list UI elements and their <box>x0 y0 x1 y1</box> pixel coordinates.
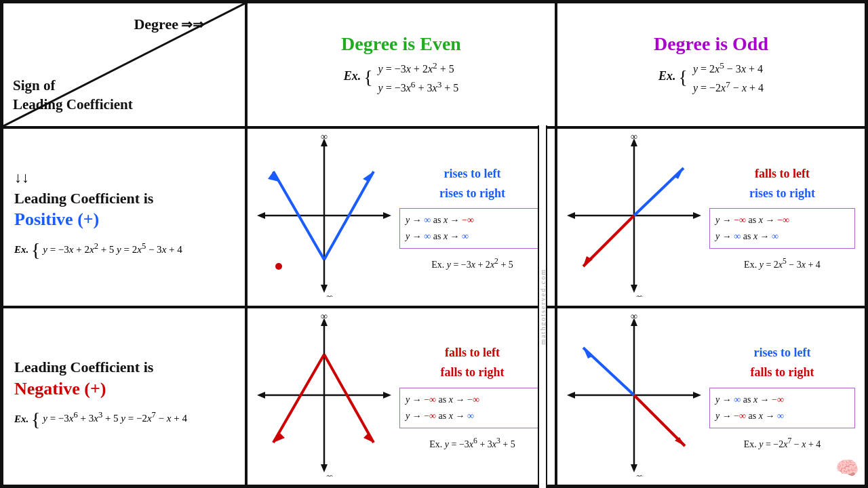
arrows-down: ↓↓ <box>14 169 234 186</box>
svg-text:−∞: −∞ <box>631 292 643 297</box>
svg-marker-42 <box>693 392 701 399</box>
pos-even-graph: ∞ −∞ <box>253 134 395 300</box>
header-even-cell: Degree is Even Ex. { y = −3x + 2x2 + 5 y… <box>246 2 556 127</box>
svg-text:∞: ∞ <box>631 134 637 142</box>
positive-example: Ex. { y = −3x + 2x2 + 5 y = 2x5 − 3x + 4 <box>14 235 234 266</box>
neg-odd-behavior: rises to left falls to right <box>709 343 855 382</box>
negative-label-cell: Leading Coefficient is Negative (+) Ex. … <box>2 307 246 487</box>
svg-line-34 <box>273 354 324 443</box>
neg-even-behavior: falls to left falls to right <box>399 343 545 382</box>
svg-marker-5 <box>383 212 391 219</box>
svg-marker-6 <box>257 212 265 219</box>
even-brace-group: y = −3x + 2x2 + 5 y = −3x6 + 3x3 + 5 <box>378 59 459 96</box>
neg-odd-graph: ∞ −∞ <box>563 314 705 480</box>
svg-text:−∞: −∞ <box>321 292 333 297</box>
sign-label: Sign of Leading Coefficient <box>13 77 133 114</box>
even-heading: Degree is Even <box>341 33 461 55</box>
pos-odd-info: falls to left rises to right y → −∞ as x… <box>705 134 859 300</box>
pos-even-example: Ex. y = −3x + 2x2 + 5 <box>399 257 545 270</box>
neg-even-graph: ∞ −∞ <box>253 314 395 480</box>
main-grid: Degree ⇒⇒ Sign of Leading Coefficient De… <box>0 0 868 488</box>
negative-example: Ex. { y = −3x6 + 3x3 + 5 y = −2x7 − x + … <box>14 405 234 435</box>
positive-title: Leading Coefficient is Positive (+) <box>14 189 234 231</box>
neg-even-info: falls to left falls to right y → −∞ as x… <box>395 314 549 480</box>
odd-brace-group: y = 2x5 − 3x + 4 y = −2x7 − x + 4 <box>693 59 764 96</box>
svg-marker-30 <box>383 392 391 399</box>
degree-arrows: ⇒⇒ <box>181 16 204 33</box>
svg-text:∞: ∞ <box>321 134 328 142</box>
pos-even-info: rises to left rises to right y → ∞ as x … <box>395 134 549 300</box>
positive-brace-sym: { <box>31 239 40 260</box>
svg-text:∞: ∞ <box>631 314 637 321</box>
svg-text:−∞: −∞ <box>631 472 643 476</box>
pos-odd-graph-cell: ∞ −∞ falls to left rises to right y → −∞… <box>556 127 866 307</box>
degree-label: Degree ⇒⇒ <box>134 16 204 33</box>
svg-marker-31 <box>257 392 265 399</box>
pos-odd-behavior: falls to left rises to right <box>709 164 855 203</box>
header-diagonal-cell: Degree ⇒⇒ Sign of Leading Coefficient <box>2 2 246 127</box>
header-odd-cell: Degree is Odd Ex. { y = 2x5 − 3x + 4 y =… <box>556 2 866 127</box>
svg-line-48 <box>634 395 685 446</box>
neg-odd-example: Ex. y = −2x7 − x + 4 <box>709 436 855 450</box>
svg-point-13 <box>275 263 282 270</box>
svg-text:−∞: −∞ <box>321 472 333 476</box>
neg-even-example: Ex. y = −3x6 + 3x3 + 5 <box>399 436 545 450</box>
pos-odd-limits: y → −∞ as x → −∞ y → ∞ as x → ∞ <box>709 208 855 249</box>
even-examples: Ex. { y = −3x + 2x2 + 5 y = −3x6 + 3x3 +… <box>344 59 459 96</box>
pos-even-limits: y → ∞ as x → −∞ y → ∞ as x → ∞ <box>399 208 545 249</box>
svg-line-36 <box>324 354 374 443</box>
pos-even-behavior: rises to left rises to right <box>399 164 545 203</box>
pos-odd-graph: ∞ −∞ <box>563 134 705 300</box>
negative-brace-sym: { <box>31 409 40 430</box>
neg-even-graph-cell: ∞ −∞ falls to left falls to right y → −∞… <box>246 307 556 487</box>
positive-label-cell: ↓↓ Leading Coefficient is Positive (+) E… <box>2 127 246 307</box>
svg-marker-19 <box>567 212 575 219</box>
odd-brace: { <box>678 66 687 87</box>
odd-examples: Ex. { y = 2x5 − 3x + 4 y = −2x7 − x + 4 <box>658 59 764 96</box>
svg-marker-18 <box>693 212 701 219</box>
negative-title: Leading Coefficient is Negative (+) <box>14 358 234 400</box>
brain-icon: 🧠 <box>835 457 859 479</box>
svg-marker-43 <box>567 392 575 399</box>
neg-odd-info: rises to left falls to right y → ∞ as x … <box>705 314 859 480</box>
sign-text: Sign of Leading Coefficient <box>13 77 133 112</box>
degree-text: Degree <box>134 16 178 33</box>
odd-heading: Degree is Odd <box>654 33 768 55</box>
neg-odd-graph-cell: ∞ −∞ rises to left falls to right y → ∞ … <box>556 307 866 487</box>
even-brace: { <box>363 66 372 87</box>
svg-text:∞: ∞ <box>321 314 328 321</box>
neg-odd-limits: y → ∞ as x → −∞ y → −∞ as x → ∞ <box>709 388 855 428</box>
pos-odd-example: Ex. y = 2x5 − 3x + 4 <box>709 257 855 270</box>
neg-even-limits: y → −∞ as x → −∞ y → −∞ as x → ∞ <box>399 388 545 428</box>
pos-even-graph-cell: ∞ −∞ rises to left rises to right y → ∞ … <box>246 127 556 307</box>
